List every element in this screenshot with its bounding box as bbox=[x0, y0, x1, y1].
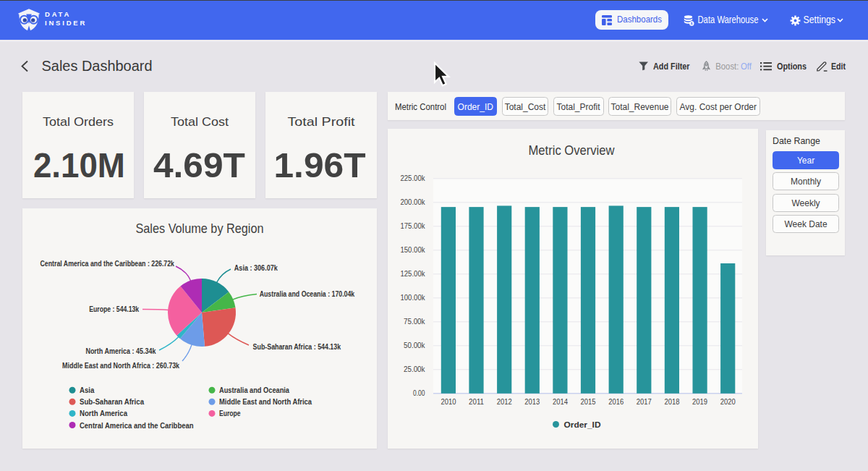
svg-text:North America: North America bbox=[80, 409, 127, 417]
svg-text:2011: 2011 bbox=[469, 397, 484, 406]
svg-text:Asia: Asia bbox=[80, 386, 95, 394]
svg-text:2.10M: 2.10M bbox=[33, 146, 125, 184]
svg-text:Date Range: Date Range bbox=[773, 135, 820, 146]
svg-text:Sub-Saharan Africa: Sub-Saharan Africa bbox=[80, 397, 145, 406]
svg-text:Dashboards: Dashboards bbox=[617, 14, 662, 25]
svg-text:2014: 2014 bbox=[553, 397, 568, 406]
svg-text:Middle East and North Africa: Middle East and North Africa bbox=[219, 397, 312, 406]
svg-text:150.00k: 150.00k bbox=[401, 245, 426, 254]
svg-text:Settings: Settings bbox=[804, 14, 836, 25]
svg-text:Metric Control: Metric Control bbox=[395, 101, 446, 112]
svg-text:200.00k: 200.00k bbox=[401, 198, 426, 206]
svg-text:Sales Dashboard: Sales Dashboard bbox=[42, 57, 153, 74]
svg-text:Total Profit: Total Profit bbox=[288, 115, 355, 129]
svg-text:Europe: Europe bbox=[219, 409, 241, 417]
svg-text:Edit: Edit bbox=[831, 61, 846, 72]
svg-text:2017: 2017 bbox=[637, 397, 652, 406]
svg-text:Central America and the Caribb: Central America and the Caribbean : 226.… bbox=[41, 259, 175, 268]
svg-text:2018: 2018 bbox=[664, 397, 679, 406]
svg-text:25.00k: 25.00k bbox=[404, 365, 425, 373]
svg-text:2019: 2019 bbox=[692, 397, 707, 406]
svg-text:50.00k: 50.00k bbox=[404, 341, 425, 349]
svg-text:2020: 2020 bbox=[720, 397, 736, 406]
svg-text:100.00k: 100.00k bbox=[401, 293, 426, 302]
svg-text:2015: 2015 bbox=[581, 397, 596, 406]
svg-text:Options: Options bbox=[777, 61, 807, 72]
svg-text:Australia and Oceania : 170.04: Australia and Oceania : 170.04k bbox=[260, 289, 355, 298]
svg-text:75.00k: 75.00k bbox=[404, 317, 425, 326]
svg-text:Boost:: Boost: bbox=[715, 61, 739, 72]
svg-text:2010: 2010 bbox=[441, 397, 456, 406]
svg-text:225.00k: 225.00k bbox=[401, 174, 426, 182]
svg-text:175.00k: 175.00k bbox=[401, 221, 426, 230]
svg-text:Off: Off bbox=[741, 61, 752, 72]
svg-text:Data Warehouse: Data Warehouse bbox=[698, 14, 759, 25]
svg-text:Sales Volume by Region: Sales Volume by Region bbox=[136, 221, 264, 236]
svg-text:Metric Overview: Metric Overview bbox=[529, 143, 615, 158]
svg-text:1.96T: 1.96T bbox=[274, 146, 366, 184]
svg-text:Order_ID: Order_ID bbox=[564, 420, 601, 429]
svg-text:Australia and Oceania: Australia and Oceania bbox=[219, 386, 289, 394]
svg-text:4.69T: 4.69T bbox=[153, 146, 245, 184]
svg-text:Asia : 306.07k: Asia : 306.07k bbox=[234, 263, 278, 272]
svg-text:Add Filter: Add Filter bbox=[653, 61, 690, 72]
svg-text:2013: 2013 bbox=[524, 397, 540, 406]
svg-text:0.00: 0.00 bbox=[413, 389, 425, 397]
svg-text:Sub-Saharan Africa : 544.13k: Sub-Saharan Africa : 544.13k bbox=[253, 342, 341, 351]
svg-text:2016: 2016 bbox=[608, 397, 624, 406]
svg-text:125.00k: 125.00k bbox=[401, 269, 426, 278]
svg-text:Total Orders: Total Orders bbox=[43, 115, 114, 129]
svg-text:Europe : 544.13k: Europe : 544.13k bbox=[89, 305, 139, 313]
svg-text:Middle East and North Africa :: Middle East and North Africa : 260.73k bbox=[62, 361, 179, 370]
svg-text:2012: 2012 bbox=[497, 397, 512, 406]
svg-text:Central America and the Caribb: Central America and the Caribbean bbox=[80, 421, 194, 430]
svg-text:North America : 45.34k: North America : 45.34k bbox=[85, 347, 156, 355]
svg-text:Total Cost: Total Cost bbox=[171, 115, 229, 129]
